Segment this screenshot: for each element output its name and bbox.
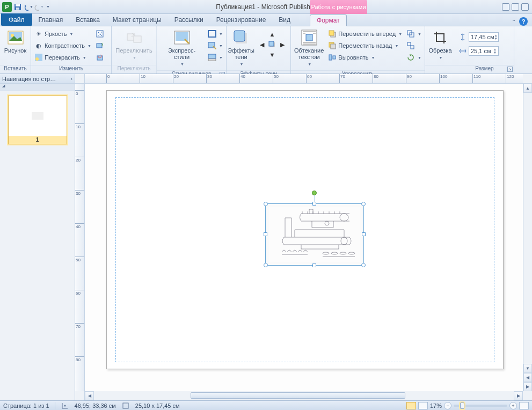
zoom-out-button[interactable]: − <box>444 402 451 409</box>
shape-icon <box>208 41 216 50</box>
canvas-area: 0102030405060708090100110120 01020304050… <box>75 74 532 400</box>
page-thumbnail[interactable]: 1 <box>8 96 67 144</box>
undo-icon[interactable]: ▼ <box>24 2 33 12</box>
resize-handle-ne[interactable] <box>361 202 366 206</box>
selected-picture[interactable] <box>265 203 364 266</box>
next-page-icon[interactable]: ▶ <box>523 382 532 391</box>
hscroll-thumb[interactable] <box>191 392 405 399</box>
picture-border-button[interactable]: ▼ <box>208 28 223 40</box>
prev-page-icon[interactable]: ◀ <box>523 373 532 382</box>
tab-home[interactable]: Главная <box>32 14 70 26</box>
resize-handle-se[interactable] <box>361 263 366 267</box>
vertical-ruler[interactable]: 01020304050607080 <box>75 84 85 391</box>
zoom-slider-thumb[interactable] <box>460 402 464 409</box>
nudge-right-icon[interactable]: ▶ <box>278 40 287 49</box>
group-objects-button[interactable]: ▼ <box>406 28 421 40</box>
save-icon[interactable] <box>13 2 23 12</box>
redo-icon[interactable]: ▼ <box>34 2 44 12</box>
tab-mailings[interactable]: Рассылки <box>168 14 210 26</box>
align-button[interactable]: Выровнять▼ <box>328 52 402 63</box>
svg-point-43 <box>64 405 65 406</box>
crop-button[interactable]: Обрезка▼ <box>428 28 452 62</box>
minimize-ribbon-icon[interactable]: ⌃ <box>512 19 516 25</box>
svg-rect-22 <box>269 41 274 46</box>
send-backward-button[interactable]: Переместить назад▼ <box>328 40 402 52</box>
crop-icon <box>432 29 449 46</box>
tab-insert[interactable]: Вставка <box>69 14 106 26</box>
group-arrange: Обтекание текстом▼ Переместить вперед▼ П… <box>291 26 425 74</box>
file-tab[interactable]: Файл <box>1 13 32 26</box>
svg-rect-35 <box>269 207 360 262</box>
nav-header[interactable]: Навигация по стр…‹ <box>0 74 75 84</box>
reset-picture-button[interactable] <box>96 52 104 63</box>
scroll-left-icon[interactable]: ◀ <box>85 391 94 400</box>
shadow-icon <box>232 29 250 46</box>
resize-handle-nw[interactable] <box>264 202 268 206</box>
view-single-page-button[interactable] <box>406 402 416 409</box>
bring-forward-button[interactable]: Переместить вперед▼ <box>328 28 402 40</box>
caption-button[interactable]: ▼ <box>208 52 223 63</box>
window-controls <box>502 3 532 11</box>
collapse-icon[interactable]: ‹ <box>71 76 72 82</box>
ungroup-button[interactable] <box>406 40 421 52</box>
tab-format[interactable]: Формат <box>310 14 347 26</box>
publication-page[interactable] <box>106 90 504 369</box>
vertical-scrollbar[interactable]: ▲ ▼ ◀ ▶ <box>523 84 532 391</box>
status-page-info[interactable]: Страница: 1 из 1 <box>3 402 49 409</box>
scroll-down-icon[interactable]: ▼ <box>523 364 532 373</box>
resize-handle-n[interactable] <box>312 202 316 206</box>
picture-shape-button[interactable]: ▼ <box>208 40 223 52</box>
tab-review[interactable]: Рецензирование <box>210 14 273 26</box>
ribbon: Рисунок Вставить ☀Яркость▼ ◐Контрастност… <box>0 26 532 74</box>
horizontal-scrollbar[interactable]: ◀ ▶ <box>85 391 523 400</box>
resize-handle-e[interactable] <box>362 232 366 236</box>
rotation-handle[interactable] <box>312 191 317 195</box>
canvas[interactable] <box>85 84 523 391</box>
nudge-up-icon[interactable]: ▲ <box>268 30 276 39</box>
group-switch: Переключить▼ Переключить <box>112 26 157 74</box>
svg-rect-8 <box>97 31 103 37</box>
resize-handle-s[interactable] <box>312 263 316 267</box>
contrast-icon: ◐ <box>34 41 43 50</box>
close-button[interactable] <box>521 3 529 11</box>
compress-button[interactable] <box>96 28 104 40</box>
compress-icon <box>96 30 104 38</box>
height-input[interactable]: 17,45 см▲▼ <box>469 32 499 42</box>
qat-customize-icon[interactable]: ▼ <box>46 5 50 9</box>
help-icon[interactable]: ? <box>519 17 528 26</box>
contrast-button[interactable]: ◐Контрастность▼ <box>34 40 91 52</box>
maximize-button[interactable] <box>512 3 519 11</box>
brightness-button[interactable]: ☀Яркость▼ <box>34 28 91 40</box>
group-label-change: Изменить <box>31 65 111 74</box>
horizontal-ruler[interactable]: 0102030405060708090100110120 <box>85 74 523 84</box>
tab-page-layout[interactable]: Макет страницы <box>106 14 168 26</box>
quick-access-toolbar: P ▼ ▼ ▼ <box>0 2 52 12</box>
change-picture-icon <box>96 41 104 50</box>
tab-view[interactable]: Вид <box>272 14 297 26</box>
resize-handle-sw[interactable] <box>264 263 268 267</box>
reset-icon <box>96 53 104 62</box>
width-input[interactable]: 25,1 см▲▼ <box>469 46 499 56</box>
change-picture-button[interactable] <box>96 40 104 52</box>
rotate-button[interactable]: ▼ <box>406 52 421 63</box>
scroll-right-icon[interactable]: ▶ <box>514 391 523 400</box>
express-styles-button[interactable]: Экспресс-стили▼ <box>160 28 203 69</box>
text-wrap-button[interactable]: Обтекание текстом▼ <box>294 28 324 69</box>
shadow-effects-button[interactable]: Эффекты тени▼ <box>230 28 252 69</box>
shadow-toggle-icon[interactable] <box>268 40 276 49</box>
border-icon <box>208 30 216 38</box>
svg-rect-14 <box>176 32 188 41</box>
resize-handle-w[interactable] <box>264 232 267 236</box>
dialog-launcher-icon[interactable]: ↘ <box>507 67 513 72</box>
nudge-down-icon[interactable]: ▼ <box>268 50 276 59</box>
recolor-button[interactable]: Перекрасить▼ <box>34 52 91 63</box>
nudge-left-icon[interactable]: ◀ <box>258 40 266 49</box>
zoom-in-button[interactable]: + <box>509 402 517 409</box>
minimize-button[interactable] <box>502 3 509 11</box>
view-two-page-button[interactable] <box>418 402 428 409</box>
insert-picture-button[interactable]: Рисунок <box>3 28 27 55</box>
zoom-slider[interactable] <box>454 405 507 407</box>
zoom-value[interactable]: 17% <box>430 402 442 409</box>
fit-page-button[interactable] <box>519 402 529 409</box>
scroll-up-icon[interactable]: ▲ <box>523 84 532 93</box>
